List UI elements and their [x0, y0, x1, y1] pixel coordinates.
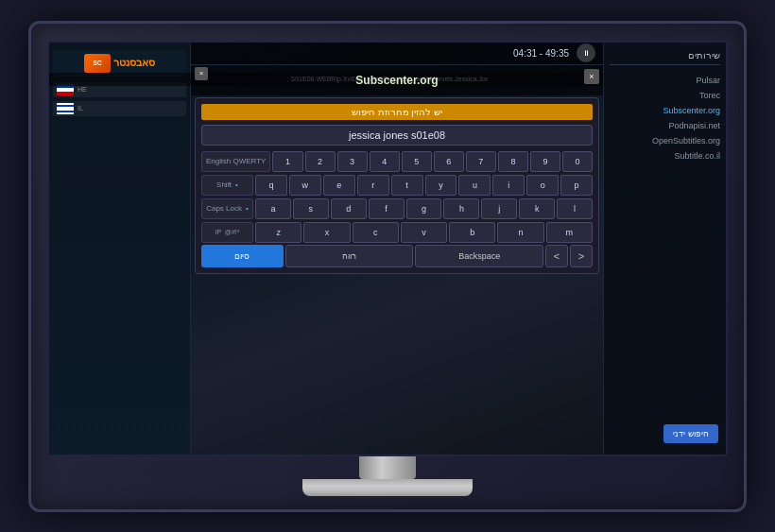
key-i[interactable]: i — [492, 175, 525, 196]
keyboard-grid: English QWERTY 1 2 3 4 5 6 7 8 9 0 — [201, 151, 593, 243]
nav-right-button[interactable]: > — [570, 245, 593, 267]
video-background: SC סאבסנטר HE IL 04:31 - 49:35 ⏸ — [49, 43, 726, 455]
left-close-button[interactable]: × — [195, 67, 208, 80]
sidebar-item-pulsar[interactable]: Pulsar — [610, 73, 720, 88]
keyboard-label-qwerty: English QWERTY — [201, 151, 270, 172]
key-0[interactable]: 0 — [562, 151, 593, 172]
key-f[interactable]: f — [369, 198, 405, 219]
key-z[interactable]: z — [255, 222, 301, 243]
sidebar-item-subtitle-co[interactable]: Subtitle.co.il — [610, 148, 720, 163]
sidebar-title: שירותים — [610, 50, 720, 65]
keyboard-label-shift[interactable]: Shift — [201, 175, 253, 196]
flag-icon-2 — [57, 103, 74, 114]
key-7[interactable]: 7 — [466, 151, 496, 172]
key-u[interactable]: u — [458, 175, 491, 196]
key-8[interactable]: 8 — [498, 151, 528, 172]
screen: SC סאבסנטר HE IL 04:31 - 49:35 ⏸ — [47, 41, 728, 456]
main-content-area: × Subscenter.org × יש להזין מחרוזת חיפוש… — [191, 65, 603, 455]
key-v[interactable]: v — [401, 222, 447, 243]
key-e[interactable]: e — [323, 175, 355, 196]
sidebar-item-torec[interactable]: Torec — [610, 88, 720, 103]
key-2[interactable]: 2 — [305, 151, 336, 172]
key-y[interactable]: y — [425, 175, 457, 196]
sidebar-item-subscenter[interactable]: Subscenter.org — [610, 103, 720, 118]
keyboard-bottom-row: סיום רווח Backspace < > — [201, 245, 593, 267]
key-p[interactable]: p — [560, 175, 593, 196]
monitor-stand-neck — [359, 456, 416, 479]
key-1[interactable]: 1 — [272, 151, 302, 172]
monitor-stand-base — [302, 479, 473, 496]
monitor: SC סאבסנטר HE IL 04:31 - 49:35 ⏸ — [28, 21, 747, 512]
flag-item-2: IL — [53, 101, 186, 116]
key-j[interactable]: j — [481, 198, 517, 219]
key-r[interactable]: r — [357, 175, 389, 196]
header-bar: × Subscenter.org × — [191, 65, 603, 95]
keyboard-label-capslock[interactable]: Caps Lock — [201, 198, 253, 219]
key-x[interactable]: x — [303, 222, 350, 243]
key-6[interactable]: 6 — [434, 151, 464, 172]
space-button[interactable]: רווח — [285, 245, 414, 267]
logo-icon: SC — [84, 54, 111, 73]
top-bar: 04:31 - 49:35 ⏸ — [191, 43, 603, 65]
left-panel: SC סאבסנטר HE IL — [49, 43, 191, 455]
search-input-display[interactable]: jessica jones s01e08 — [201, 125, 593, 146]
flag-label-1: HE — [78, 86, 87, 93]
backspace-button[interactable]: Backspace — [415, 245, 543, 267]
keyboard-row-capslock: Caps Lock a s d f g h j k l — [201, 198, 593, 219]
key-b[interactable]: b — [449, 222, 495, 243]
key-n[interactable]: n — [497, 222, 543, 243]
play-pause-button[interactable]: ⏸ — [577, 43, 595, 62]
logo-hebrew-text: סאבסנטר — [113, 57, 155, 69]
key-o[interactable]: o — [526, 175, 559, 196]
site-title: Subscenter.org — [355, 74, 438, 87]
key-l[interactable]: l — [557, 198, 593, 219]
flag-label-2: IL — [78, 105, 83, 112]
sidebar-item-opensubtitles[interactable]: OpenSubtitles.org — [610, 133, 720, 148]
key-d[interactable]: d — [331, 198, 367, 219]
key-h[interactable]: h — [443, 198, 479, 219]
key-a[interactable]: a — [255, 198, 291, 219]
key-q[interactable]: q — [255, 175, 287, 196]
key-k[interactable]: k — [519, 198, 555, 219]
key-w[interactable]: w — [289, 175, 321, 196]
key-m[interactable]: m — [546, 222, 593, 243]
left-close-icon: × — [199, 69, 204, 77]
key-t[interactable]: t — [391, 175, 423, 196]
close-button[interactable]: × — [584, 69, 599, 84]
key-g[interactable]: g — [406, 198, 442, 219]
manual-search-button[interactable]: חיפוש ידני — [663, 424, 718, 443]
keyboard-dialog: יש להזין מחרוזת חיפוש jessica jones s01e… — [195, 97, 599, 274]
key-s[interactable]: s — [293, 198, 329, 219]
keyboard-row-symbols: IP @#!* z x c v b n m — [201, 222, 593, 243]
close-icon: × — [589, 72, 594, 81]
time-display: 04:31 - 49:35 — [513, 48, 569, 59]
right-sidebar: שירותים Pulsar Torec Subscenter.org Podn… — [603, 43, 726, 455]
subscenter-logo: SC סאבסנטר — [84, 54, 155, 73]
key-4[interactable]: 4 — [370, 151, 400, 172]
keyboard-label-ip[interactable]: IP @#!* — [201, 222, 253, 243]
keyboard-row-numbers: English QWERTY 1 2 3 4 5 6 7 8 9 0 — [201, 151, 593, 172]
key-9[interactable]: 9 — [530, 151, 560, 172]
done-button[interactable]: סיום — [201, 245, 284, 267]
nav-left-button[interactable]: < — [545, 245, 568, 267]
key-5[interactable]: 5 — [402, 151, 432, 172]
search-banner: יש להזין מחרוזת חיפוש — [201, 104, 593, 120]
key-3[interactable]: 3 — [337, 151, 368, 172]
sidebar-item-podnapisi[interactable]: Podnapisi.net — [610, 118, 720, 133]
key-c[interactable]: c — [353, 222, 399, 243]
keyboard-row-shift: Shift q w e r t y u i o p — [201, 175, 593, 196]
